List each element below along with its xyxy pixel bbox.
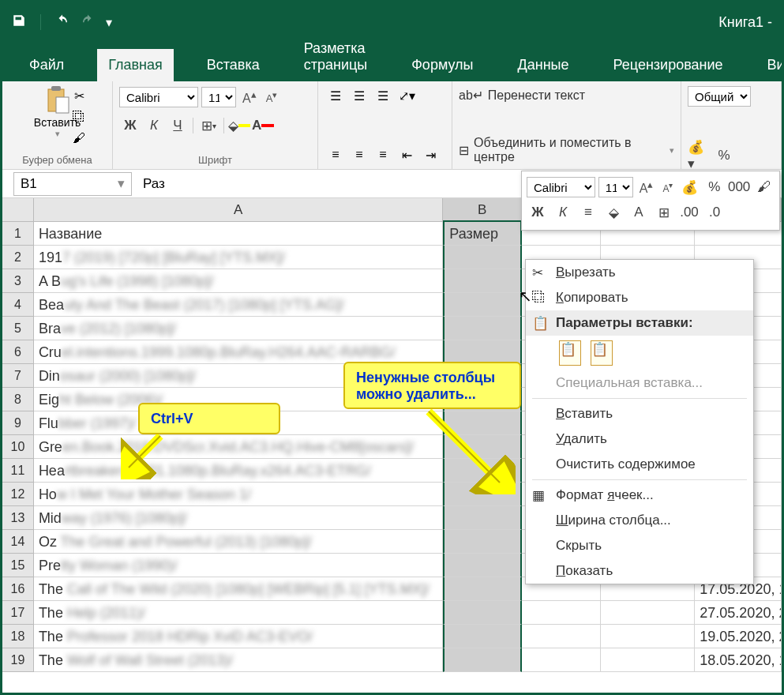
cell[interactable] bbox=[522, 625, 601, 648]
percent-icon[interactable]: % bbox=[713, 145, 735, 166]
cm-hide[interactable]: Скрыть bbox=[526, 533, 753, 558]
col-header-a[interactable]: A bbox=[34, 198, 443, 222]
mini-dec-decimal-icon[interactable]: .0 bbox=[703, 202, 726, 223]
number-format-select[interactable]: Общий bbox=[688, 86, 751, 107]
row-header[interactable]: 9 bbox=[2, 411, 34, 435]
mini-inc-decimal-icon[interactable]: .00 bbox=[678, 202, 700, 223]
mini-decrease-font-icon[interactable]: A▾ bbox=[659, 181, 676, 194]
cell[interactable]: 19.05.2020, 22:46:26 bbox=[695, 625, 782, 648]
row-header[interactable]: 8 bbox=[2, 388, 34, 411]
cell[interactable]: Beauty And The Beast (2017) [1080p] [YTS… bbox=[34, 293, 443, 317]
cell[interactable] bbox=[601, 601, 696, 625]
borders-icon[interactable]: ⊞▾ bbox=[197, 115, 219, 136]
mini-currency-icon[interactable]: 💰 bbox=[679, 177, 700, 197]
row-header[interactable]: 13 bbox=[2, 506, 34, 530]
cell[interactable] bbox=[443, 269, 522, 293]
cell[interactable]: The Call of The Wild (2020) [1080p] [WEB… bbox=[34, 577, 443, 601]
align-top-icon[interactable]: ☰ bbox=[324, 85, 347, 107]
paste-option-2[interactable]: 📋 bbox=[591, 340, 613, 366]
mini-bold-button[interactable]: Ж bbox=[527, 202, 549, 223]
name-box[interactable]: B1▾ bbox=[13, 172, 132, 196]
align-left-icon[interactable]: ≡ bbox=[324, 144, 347, 166]
cm-delete[interactable]: Удалить bbox=[526, 426, 753, 452]
cell[interactable] bbox=[443, 625, 522, 648]
tab-insert[interactable]: Вставка bbox=[196, 49, 271, 81]
row-header[interactable]: 6 bbox=[2, 340, 34, 364]
cell[interactable] bbox=[443, 648, 522, 672]
cell[interactable] bbox=[522, 601, 601, 625]
row-header[interactable]: 19 bbox=[2, 648, 34, 672]
cell[interactable] bbox=[443, 554, 522, 577]
row-header[interactable]: 17 bbox=[2, 601, 34, 625]
tab-layout[interactable]: Разметка страницы bbox=[293, 32, 379, 81]
tab-home[interactable]: Главная bbox=[97, 49, 174, 81]
tab-data[interactable]: Данные bbox=[507, 49, 580, 81]
mini-font-select[interactable]: Calibri bbox=[527, 177, 595, 197]
font-size-select[interactable]: 11 bbox=[201, 87, 236, 107]
tab-file[interactable]: Файл bbox=[18, 49, 75, 81]
row-header[interactable]: 18 bbox=[2, 625, 34, 648]
mini-size-select[interactable]: 11 bbox=[598, 177, 633, 197]
cell[interactable] bbox=[522, 648, 601, 672]
italic-button[interactable]: К bbox=[143, 115, 165, 136]
cell[interactable]: Название bbox=[34, 222, 443, 246]
row-header[interactable]: 12 bbox=[2, 483, 34, 506]
cell[interactable]: Oz The Great and Powerful (2013) [1080p]… bbox=[34, 530, 443, 554]
cell[interactable]: How I Met Your Mother Season 1/ bbox=[34, 483, 443, 506]
cm-paste-special[interactable]: Специальная вставка... bbox=[526, 370, 753, 396]
cell[interactable]: Cruel.intentions.1999.1080p.BluRay.H264.… bbox=[34, 340, 443, 364]
fill-color-icon[interactable]: ⬙ bbox=[228, 115, 250, 136]
tab-review[interactable]: Рецензирование bbox=[602, 49, 734, 81]
cell[interactable]: The Wolf of Wall Street (2013)/ bbox=[34, 648, 443, 672]
redo-icon[interactable] bbox=[81, 13, 95, 31]
cell[interactable] bbox=[443, 506, 522, 530]
currency-icon[interactable]: 💰▾ bbox=[688, 145, 710, 166]
align-bottom-icon[interactable]: ☰ bbox=[372, 85, 394, 107]
mini-format-painter-icon[interactable]: 🖌 bbox=[753, 177, 775, 197]
row-header[interactable]: 15 bbox=[2, 554, 34, 577]
cell[interactable] bbox=[601, 648, 696, 672]
row-header[interactable]: 5 bbox=[2, 317, 34, 340]
cell[interactable]: 27.05.2020, 21:13:09 bbox=[695, 601, 782, 625]
cell[interactable] bbox=[601, 625, 696, 648]
row-header[interactable]: 14 bbox=[2, 530, 34, 554]
row-header[interactable]: 2 bbox=[2, 246, 34, 269]
tab-view[interactable]: Вид bbox=[756, 49, 784, 81]
align-right-icon[interactable]: ≡ bbox=[372, 144, 394, 166]
mini-font-color-icon[interactable]: А bbox=[628, 202, 650, 223]
col-header-b[interactable]: B bbox=[443, 198, 522, 222]
undo-icon[interactable] bbox=[55, 13, 69, 31]
cell[interactable] bbox=[443, 530, 522, 554]
save-icon[interactable] bbox=[12, 13, 26, 31]
mini-fill-icon[interactable]: ⬙ bbox=[602, 202, 625, 223]
qat-dropdown-icon[interactable]: ▾ bbox=[106, 15, 112, 30]
row-header[interactable]: 3 bbox=[2, 269, 34, 293]
increase-font-icon[interactable]: A▴ bbox=[239, 88, 260, 106]
cell[interactable]: The Professor 2018 HDRip XviD AC3-EVO/ bbox=[34, 625, 443, 648]
align-middle-icon[interactable]: ☰ bbox=[348, 85, 370, 107]
cell[interactable] bbox=[443, 601, 522, 625]
font-color-icon[interactable]: А bbox=[252, 115, 274, 136]
cm-insert[interactable]: Вставить bbox=[526, 401, 753, 426]
cell[interactable]: Brave (2012) [1080p]/ bbox=[34, 317, 443, 340]
mini-align-icon[interactable]: ≡ bbox=[577, 202, 599, 223]
merge-center-button[interactable]: ⊟Объединить и поместить в центре▾ bbox=[459, 134, 674, 166]
row-header[interactable]: 1 bbox=[2, 222, 34, 246]
format-painter-icon[interactable]: 🖌 bbox=[69, 129, 88, 148]
bold-button[interactable]: Ж bbox=[119, 115, 141, 136]
cell[interactable]: Heartbreakers.2001.1080p.BluRay.x264.AC3… bbox=[34, 459, 443, 483]
mini-increase-font-icon[interactable]: A▴ bbox=[636, 178, 657, 196]
cell[interactable]: Midway (1976) [1080p]/ bbox=[34, 506, 443, 530]
cell[interactable]: A Bug's Life (1998) [1080p]/ bbox=[34, 269, 443, 293]
mini-borders-icon[interactable]: ⊞ bbox=[653, 202, 675, 223]
select-all-corner[interactable] bbox=[2, 198, 34, 222]
row-header[interactable]: 16 bbox=[2, 577, 34, 601]
row-header[interactable]: 11 bbox=[2, 459, 34, 483]
decrease-indent-icon[interactable]: ⇤ bbox=[396, 144, 418, 166]
cell[interactable]: Green.Book.2018.DVDScr.Xvid.AC3.HQ.Hive-… bbox=[34, 435, 443, 459]
cell[interactable] bbox=[443, 340, 522, 364]
row-header[interactable]: 7 bbox=[2, 364, 34, 388]
copy-icon[interactable]: ⿻ bbox=[69, 107, 88, 126]
cell[interactable] bbox=[443, 317, 522, 340]
decrease-font-icon[interactable]: A▾ bbox=[263, 90, 281, 104]
